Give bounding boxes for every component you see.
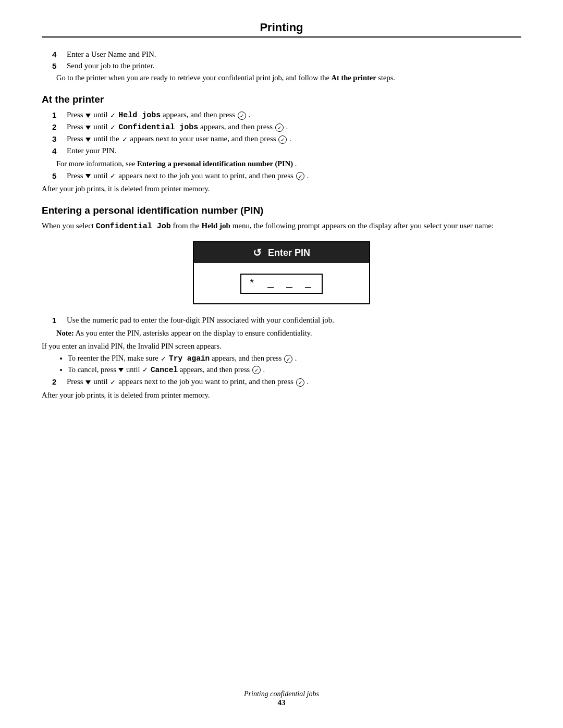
select-button-icon bbox=[275, 124, 284, 132]
at-printer-step-4: 4 Enter your PIN. bbox=[52, 146, 521, 155]
invalid-pin-bullets: To reenter the PIN, make sure ✓ Try agai… bbox=[68, 354, 521, 374]
at-printer-subtext: For more information, see Entering a per… bbox=[56, 159, 521, 168]
page-footer: Printing confidential jobs 43 bbox=[0, 690, 563, 707]
checkmark-icon: ✓ bbox=[110, 378, 116, 387]
checkmark-icon: ✓ bbox=[110, 172, 116, 180]
entering-pin-step2-list: 2 Press until ✓ appears next to the job … bbox=[52, 377, 521, 387]
at-printer-step-3: 3 Press until the ✓ appears next to your… bbox=[52, 134, 521, 144]
checkmark-icon: ✓ bbox=[122, 135, 128, 144]
entering-pin-after-text: After your job prints, it is deleted fro… bbox=[42, 391, 521, 400]
arrow-down-icon bbox=[85, 380, 91, 385]
footer-label: Printing confidential jobs bbox=[0, 690, 563, 698]
select-button-icon bbox=[278, 135, 287, 144]
note-block: Note: As you enter the PIN, asterisks ap… bbox=[56, 329, 521, 338]
pin-back-icon: ↺ bbox=[253, 246, 262, 259]
at-printer-steps: 1 Press until ✓ Held jobs appears, and t… bbox=[52, 110, 521, 155]
arrow-down-icon bbox=[85, 174, 91, 178]
select-button-icon bbox=[296, 378, 304, 387]
select-button-icon bbox=[252, 366, 261, 374]
select-button-icon bbox=[284, 355, 292, 363]
entering-pin-steps: 1 Use the numeric pad to enter the four-… bbox=[52, 316, 521, 325]
at-printer-step-5: 5 Press until ✓ appears next to the job … bbox=[52, 171, 521, 181]
intro-step-5: 5 Send your job to the printer. bbox=[52, 61, 521, 70]
arrow-down-icon bbox=[85, 138, 91, 142]
pin-input-area: * _ _ _ bbox=[194, 263, 369, 303]
bullet-cancel: To cancel, press until ✓ Cancel appears,… bbox=[68, 365, 521, 375]
entering-pin-intro: When you select Confidential Job from th… bbox=[42, 221, 521, 231]
footer-page-num: 43 bbox=[0, 698, 563, 707]
select-button-icon bbox=[296, 172, 304, 180]
pin-box-header: ↺ Enter PIN bbox=[194, 242, 369, 263]
entering-pin-heading: Entering a personal identification numbe… bbox=[42, 205, 521, 216]
title-rule bbox=[42, 36, 521, 38]
invalid-pin-text: If you enter an invalid PIN, the Invalid… bbox=[42, 342, 521, 351]
pin-box-title: Enter PIN bbox=[268, 248, 310, 258]
checkmark-icon: ✓ bbox=[161, 355, 166, 363]
checkmark-icon: ✓ bbox=[110, 112, 116, 120]
arrow-down-icon bbox=[118, 368, 124, 372]
arrow-down-icon bbox=[85, 114, 91, 118]
at-printer-step-1: 1 Press until ✓ Held jobs appears, and t… bbox=[52, 110, 521, 120]
page: Printing 4 Enter a User Name and PIN. 5 … bbox=[0, 0, 563, 728]
entering-pin-step-2: 2 Press until ✓ appears next to the job … bbox=[52, 377, 521, 387]
at-printer-after-text: After your job prints, it is deleted fro… bbox=[42, 184, 521, 193]
at-printer-heading: At the printer bbox=[42, 94, 521, 105]
at-printer-step5-list: 5 Press until ✓ appears next to the job … bbox=[52, 171, 521, 181]
goto-text: Go to the printer when you are ready to … bbox=[56, 73, 521, 82]
arrow-down-icon bbox=[85, 126, 91, 130]
pin-input-display: * _ _ _ bbox=[240, 274, 323, 294]
checkmark-icon: ✓ bbox=[110, 124, 116, 132]
page-title: Printing bbox=[42, 21, 521, 34]
pin-box-wrapper: ↺ Enter PIN * _ _ _ bbox=[42, 241, 521, 304]
checkmark-icon: ✓ bbox=[142, 366, 148, 374]
intro-steps: 4 Enter a User Name and PIN. 5 Send your… bbox=[52, 50, 521, 70]
at-printer-step-2: 2 Press until ✓ Confidential jobs appear… bbox=[52, 122, 521, 132]
select-button-icon bbox=[238, 112, 246, 120]
pin-box: ↺ Enter PIN * _ _ _ bbox=[193, 241, 370, 304]
entering-pin-step-1: 1 Use the numeric pad to enter the four-… bbox=[52, 316, 521, 325]
bullet-try-again: To reenter the PIN, make sure ✓ Try agai… bbox=[68, 354, 521, 363]
intro-step-4: 4 Enter a User Name and PIN. bbox=[52, 50, 521, 59]
